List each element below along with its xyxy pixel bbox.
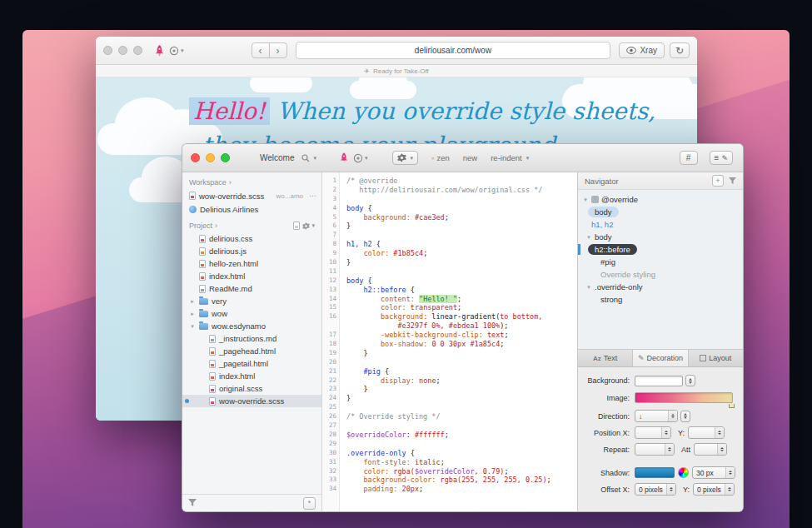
code-line[interactable]: background: #cae3ed; (346, 213, 577, 222)
offset-y-select[interactable]: 0 pixels (693, 483, 735, 496)
gradient-handle[interactable] (729, 402, 735, 408)
disclosure-open-icon[interactable]: ▾ (189, 323, 196, 330)
file-row[interactable]: ReadMe.md (182, 282, 321, 295)
color-wheel-icon[interactable] (678, 467, 689, 478)
disclosure-closed-icon[interactable]: ▸ (189, 298, 196, 305)
minimize-button[interactable] (118, 46, 127, 55)
code-line[interactable]: color: #1b85c4; (346, 249, 577, 258)
code-line[interactable]: $overrideColor: #ffffff; (346, 431, 577, 440)
chevron-down-icon[interactable]: ▾ (314, 155, 317, 162)
code-line[interactable] (346, 358, 577, 367)
code-line[interactable]: box-shadow: 0 0 30px #1a85c4; (346, 340, 577, 349)
repeat-select[interactable] (635, 443, 675, 456)
gradient-well[interactable] (635, 392, 733, 403)
tab-decoration[interactable]: ✎Decoration (633, 350, 688, 366)
navigator-item[interactable]: h1, h2 (578, 218, 743, 231)
shadow-size-select[interactable]: 30 px (692, 466, 735, 479)
project-header[interactable]: Project › ▾ (182, 216, 321, 232)
filter-funnel-icon[interactable] (188, 499, 197, 508)
code-line[interactable]: color: transparent; (346, 303, 577, 312)
file-row[interactable]: hello-zen.html (182, 257, 321, 270)
code-lines[interactable]: /* @override http://deliriousair.com/wow… (340, 172, 577, 511)
code-line[interactable]: background: linear-gradient(to bottom, (346, 312, 577, 321)
code-line[interactable] (346, 440, 577, 449)
code-line[interactable]: display: none; (346, 376, 577, 386)
navigator-item[interactable]: h2::before (578, 243, 743, 256)
actions-gear-button[interactable]: ▾ (392, 151, 419, 165)
code-line[interactable]: background-color: rgba(255, 255, 255, 0.… (346, 476, 577, 485)
navigator-filter-icon[interactable] (729, 177, 736, 186)
code-line[interactable] (346, 403, 577, 412)
code-line[interactable]: body { (346, 276, 577, 286)
workspace-header[interactable]: Workspace › (182, 172, 321, 189)
att-select[interactable] (694, 443, 727, 456)
background-swatch[interactable] (635, 376, 683, 386)
file-row[interactable]: _pagetail.html (182, 357, 321, 370)
code-line[interactable]: -webkit-background-clip: text; (346, 331, 577, 340)
code-line[interactable]: padding: 20px; (346, 485, 577, 494)
code-line[interactable]: /* Override styling */ (346, 412, 577, 421)
background-stepper[interactable] (685, 375, 695, 386)
rocket-icon[interactable] (155, 45, 164, 57)
close-button[interactable] (103, 46, 112, 55)
code-line[interactable]: .override-only { (346, 449, 577, 458)
navigator-item[interactable]: ▾body (578, 231, 743, 243)
file-row[interactable]: ▸very (182, 295, 321, 307)
panels-button[interactable]: ≡ ✎ (710, 151, 733, 165)
override-target-icon[interactable]: ▾ (353, 153, 368, 163)
code-line[interactable]: h1, h2 { (346, 240, 577, 249)
code-line[interactable]: } (346, 394, 577, 403)
new-button[interactable]: new (463, 153, 477, 162)
forward-button[interactable]: › (269, 42, 287, 58)
code-line[interactable]: } (346, 385, 577, 394)
code-line[interactable] (346, 195, 577, 204)
code-line[interactable]: http://deliriousair.com/wow/original.css… (346, 186, 577, 195)
navigator-item[interactable]: #pig (578, 256, 743, 268)
file-row[interactable]: ▸wow (182, 307, 321, 320)
reindent-button[interactable]: re-indent ▾ (491, 153, 529, 162)
file-row[interactable]: wow-override.scss (182, 395, 321, 407)
code-line[interactable]: #e3297f 0%, #ebdea1 100%); (346, 321, 577, 331)
code-line[interactable]: content: "Hello! "; (346, 295, 577, 304)
code-line[interactable]: } (346, 258, 577, 267)
file-row[interactable]: delirious.js (182, 245, 321, 257)
file-row[interactable]: _instructions.md (182, 332, 321, 345)
code-line[interactable]: color: rgba($overrideColor, 0.79); (346, 467, 577, 476)
file-row[interactable]: index.html (182, 270, 321, 282)
workspace-item[interactable]: wow-override.scsswo...amo⋯ (182, 189, 321, 202)
code-line[interactable]: h2::before { (346, 286, 577, 295)
code-line[interactable]: font-style: italic; (346, 458, 577, 467)
navigator-item[interactable]: Override styling (578, 268, 743, 281)
workspace-item[interactable]: Delirious Airlines (182, 202, 321, 216)
direction-stepper[interactable] (680, 411, 690, 422)
rocket-icon[interactable] (340, 152, 348, 163)
code-line[interactable] (346, 267, 577, 276)
navigator-item[interactable]: ▾.override-only (578, 281, 743, 293)
code-line[interactable]: } (346, 349, 577, 358)
tab-layout[interactable]: Layout (689, 350, 743, 366)
direction-select[interactable]: ↓ (635, 410, 678, 422)
code-line[interactable]: } (346, 222, 577, 231)
file-row[interactable]: ▾wow.esdynamo (182, 320, 321, 332)
file-row[interactable]: index.html (182, 370, 321, 382)
navigator-item[interactable]: strong (578, 293, 743, 306)
code-line[interactable]: /* @override (346, 177, 577, 186)
position-x-select[interactable] (635, 426, 671, 439)
zen-button[interactable]: ◦ zen (431, 153, 450, 162)
code-line[interactable]: body { (346, 204, 577, 213)
actions-icon[interactable]: * (303, 497, 316, 510)
minimize-button[interactable] (206, 153, 215, 162)
hash-navigator-button[interactable]: # (680, 151, 698, 165)
file-row[interactable]: _pagehead.html (182, 345, 321, 357)
file-row[interactable]: delirious.css (182, 232, 321, 245)
new-document-icon[interactable] (293, 222, 300, 230)
reload-button[interactable]: ↻ (670, 42, 690, 58)
zoom-button[interactable] (133, 46, 142, 55)
navigator-item[interactable]: ▾@override (578, 193, 743, 206)
override-target-icon[interactable]: ▾ (169, 46, 184, 56)
code-line[interactable] (346, 421, 577, 431)
shadow-swatch[interactable] (635, 467, 675, 478)
back-button[interactable]: ‹ (252, 42, 270, 58)
disclosure-open-icon[interactable]: ▾ (585, 234, 592, 241)
tab-text[interactable]: AzText (578, 350, 633, 366)
